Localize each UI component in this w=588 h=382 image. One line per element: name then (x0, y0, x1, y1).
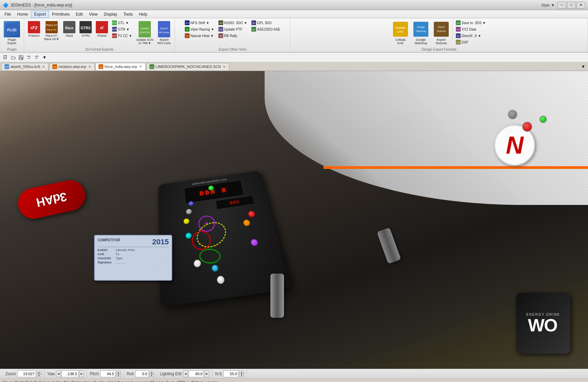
nascar-heat-button[interactable]: NH Nascar Heat ▼ (183, 33, 216, 39)
ns-up[interactable]: ▲ (239, 371, 244, 374)
tab-limerockpark[interactable]: scn LIMEROCKPARK_NOCHICANES.SCN ✕ (146, 63, 229, 70)
menu-edit[interactable]: Edit (73, 11, 86, 18)
save-3ds-button[interactable]: 3DS Save to .3DS ▼ (454, 20, 488, 26)
pitch-down[interactable]: ▼ (116, 374, 121, 377)
minimize-button[interactable]: ─ (557, 2, 566, 8)
pitch-up[interactable]: ▲ (116, 371, 121, 374)
svg-text:Export: Export (160, 27, 168, 30)
directx-button[interactable]: DX DirectX .X ▼ (454, 33, 488, 39)
menu-view[interactable]: View (86, 11, 101, 18)
update-scn-button[interactable]: UpdateSCN/TRK Update SCNor TRK▼ (135, 20, 155, 46)
ns-input[interactable] (223, 370, 238, 377)
rfactor2-button[interactable]: rF2 rFactor2 (26, 20, 42, 39)
group-plugin-label: Plugin (0, 48, 24, 51)
roll-up[interactable]: ▲ (149, 371, 154, 374)
ase23do-button[interactable]: ASE ASE23DO ASE (250, 26, 282, 32)
export-rf2-button[interactable]: ExportRF2 Anim ExportRF2 Anim (156, 20, 173, 46)
badge-row-car: CAR F1 (97, 253, 169, 256)
menu-display[interactable]: Display (101, 11, 120, 18)
tab-dropdown[interactable]: ▼ (580, 64, 587, 70)
race07-label: Race 07,Race On▼ (44, 34, 59, 41)
zoom-input-group: ▲ ▼ (17, 370, 41, 377)
yaw-left[interactable]: ◄ (56, 370, 61, 377)
sw-btn-cyan-lower[interactable] (211, 264, 219, 272)
sep1 (452, 20, 453, 40)
zoom-input[interactable] (17, 370, 36, 377)
qa-undo-button[interactable] (25, 54, 32, 61)
main-viewport[interactable]: N 3dAH saharaforceindiaf1.com ODH R DH5 (0, 71, 588, 369)
viper-button[interactable]: VR Viper Racing ▼ (183, 26, 216, 32)
zoom-up[interactable]: ▲ (37, 371, 41, 374)
n2003-button[interactable]: N03 N2003 .3DO ▼ (217, 20, 249, 26)
qa-open-button[interactable] (10, 54, 17, 61)
update-ptf-button[interactable]: PTF Update PTF (217, 26, 249, 32)
menu-help[interactable]: Help (136, 11, 150, 18)
gtr2-button[interactable]: GTR2 GTR2 (78, 20, 93, 39)
rfactor-button[interactable]: rF rFactor (94, 20, 110, 39)
sw-btn-red-right[interactable] (248, 210, 256, 218)
lighting-input[interactable] (189, 370, 204, 377)
ns-down[interactable]: ▼ (239, 374, 244, 377)
qa-redo-button[interactable] (33, 54, 40, 61)
nfs-shift-button[interactable]: NFS NFS Shift ▼ (183, 20, 216, 26)
tab-force-india-close[interactable]: ✕ (139, 65, 143, 68)
qa-new-button[interactable] (2, 54, 9, 61)
sw-btn-orange[interactable] (243, 219, 251, 227)
tab-abarth-close[interactable]: ✕ (41, 65, 46, 69)
lighting-input-group: ◄ ► (183, 370, 209, 377)
sw-btn-white[interactable] (194, 259, 201, 268)
menu-file[interactable]: File (1, 11, 14, 18)
yaw-input[interactable] (61, 370, 78, 377)
tabs-bar: kn5 abarth_595ss.kn5 ✕ erp mclaren.wep.e… (0, 62, 588, 71)
zoom-down[interactable]: ▼ (37, 374, 41, 377)
sw-btn-cyan[interactable] (185, 232, 192, 239)
tab-mclaren-close[interactable]: ✕ (88, 65, 92, 69)
dxf-button[interactable]: DXF DXF (454, 39, 488, 45)
svg-text:Collada: Collada (395, 26, 405, 29)
qa-save-button[interactable] (18, 54, 24, 61)
race-icon: Race (63, 21, 75, 33)
export-textures-button[interactable]: ExportTextures ExportTextures (431, 20, 451, 46)
tab-limerockpark-close[interactable]: ✕ (222, 65, 226, 69)
menu-primitives[interactable]: Primitives (49, 11, 73, 18)
yaw-right[interactable]: ► (79, 370, 84, 377)
xyz-button[interactable]: XYZ XYZ Data (454, 26, 488, 32)
sw-btn-yellow[interactable] (183, 218, 190, 225)
lighting-right[interactable]: ► (204, 370, 209, 377)
collada-button[interactable]: ColladaDAE ColladaDAE (391, 20, 410, 46)
sw-ring-green[interactable] (199, 248, 221, 264)
roll-down[interactable]: ▼ (149, 374, 154, 377)
f1cc-button[interactable]: F1CC F1 CC ▼ (110, 33, 134, 39)
update-scn-label: Update SCNor TRK▼ (136, 38, 154, 45)
sw-btn-gray[interactable] (186, 208, 192, 214)
export-rf2-icon: ExportRF2 Anim (158, 21, 170, 37)
sw-btn-white-bottom[interactable] (217, 275, 225, 284)
tab-abarth[interactable]: kn5 abarth_595ss.kn5 ✕ (1, 63, 49, 70)
gpl-button[interactable]: GPL GPL 3DO (250, 20, 282, 26)
menu-tools[interactable]: Tools (120, 11, 136, 18)
sw-btn-purple[interactable] (250, 239, 259, 246)
lighting-left[interactable]: ◄ (183, 370, 188, 377)
maximize-button[interactable]: □ (567, 2, 576, 8)
qa-more-button[interactable]: ▼ (41, 54, 48, 61)
gtr-button[interactable]: GTR GTR ▼ (110, 26, 134, 32)
rb-rally-button[interactable]: RB RB Rally (217, 33, 249, 39)
tab-mclaren[interactable]: erp mclaren.wep.erp ✕ (49, 63, 94, 70)
tab-abarth-label: abarth_595ss.kn5 (11, 65, 40, 69)
pitch-input[interactable] (100, 370, 115, 377)
menu-export[interactable]: Export (31, 11, 49, 18)
svg-text:Textures: Textures (436, 30, 446, 32)
gsketch-button[interactable]: GoogleSketchUp GoogleSketchup (411, 20, 431, 46)
plugin-export-button[interactable]: PLUG PluginExport (2, 20, 22, 46)
race-button[interactable]: Race Race (61, 20, 77, 39)
tab-force-india[interactable]: erp force_india.wep.erp ✕ (95, 63, 146, 70)
tab-force-india-label: force_india.wep.erp (105, 65, 137, 69)
roll-input[interactable] (135, 370, 149, 377)
close-button[interactable]: ✕ (576, 2, 585, 8)
badge-chassis-label: CHASSIS (97, 257, 114, 260)
competitor-badge: COMPETITOR 2015 EVENT GRAND PRIX CAR F1 … (94, 235, 172, 281)
gtl-button[interactable]: GTL GTL ▼ (110, 20, 134, 26)
badge-header: COMPETITOR 2015 (97, 238, 169, 247)
race07-button[interactable]: Race 07Race On Race 07,Race On▼ (42, 20, 61, 42)
menu-home[interactable]: Home (14, 11, 31, 18)
